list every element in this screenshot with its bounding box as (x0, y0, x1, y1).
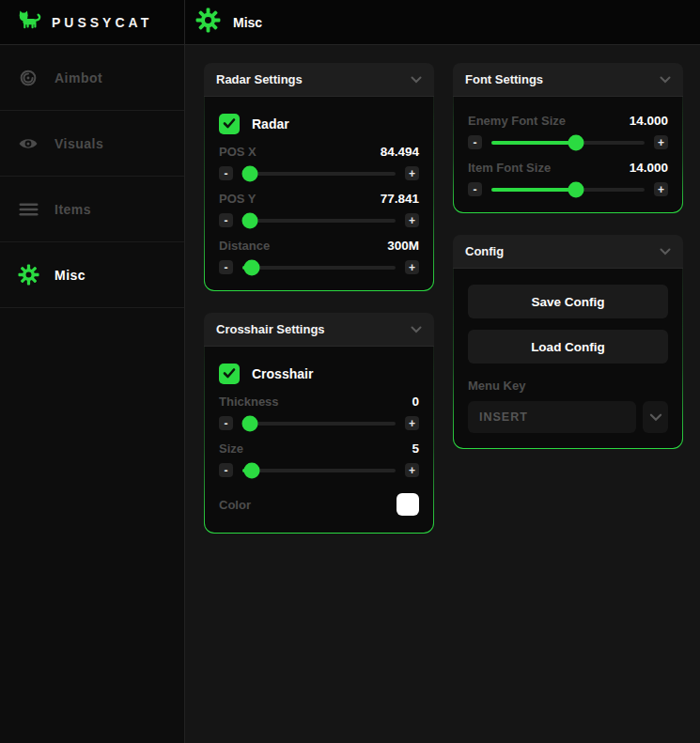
increment-button[interactable]: + (405, 166, 419, 180)
chevron-down-icon (411, 72, 422, 86)
config-header[interactable]: Config (453, 235, 683, 269)
decrement-button[interactable]: - (219, 416, 233, 430)
slider-value: 0 (412, 395, 419, 409)
decrement-button[interactable]: - (468, 182, 482, 196)
slider-fill (491, 141, 576, 145)
sidebar-item-items[interactable]: Items (0, 177, 184, 242)
gear-icon (16, 264, 40, 286)
checkmark-icon (223, 365, 236, 382)
menu-key-dropdown-button[interactable] (643, 401, 668, 433)
slider-track[interactable] (242, 469, 396, 472)
radar-settings-header[interactable]: Radar Settings (204, 63, 434, 97)
panel-body-border: Radar POS X 84.494 - (204, 97, 434, 291)
slider-thumb[interactable] (568, 181, 583, 197)
slider-thumb[interactable] (568, 134, 583, 150)
slider-thumb[interactable] (242, 212, 258, 228)
color-picker-row: Color (219, 493, 419, 518)
crosshair-settings-panel: Crosshair Settings (204, 313, 434, 534)
checkbox-label: Radar (252, 116, 289, 132)
main-area: Radar Settings (185, 45, 700, 743)
panel-title: Radar Settings (216, 72, 303, 86)
panel-title: Crosshair Settings (216, 322, 325, 336)
slider-thumb[interactable] (242, 415, 258, 431)
slider-fill (491, 188, 576, 192)
decrement-button[interactable]: - (219, 463, 233, 477)
slider-label: Enemy Font Size (468, 114, 566, 128)
decrement-button[interactable]: - (219, 213, 233, 227)
slider-label: Item Font Size (468, 161, 551, 175)
target-disc-icon (16, 68, 40, 88)
increment-button[interactable]: + (405, 416, 419, 430)
slider-control-size: Size 5 - + (219, 441, 419, 478)
slider-label: Size (219, 441, 243, 456)
slider-control-item-font: Item Font Size 14.000 - + (468, 161, 668, 197)
decrement-button[interactable]: - (219, 166, 233, 180)
font-settings-header[interactable]: Font Settings (453, 63, 683, 97)
panel-title: Font Settings (465, 72, 543, 86)
slider-track[interactable] (242, 219, 396, 223)
slider-label: Thickness (219, 395, 279, 409)
slider-label: Distance (219, 239, 270, 253)
slider-track[interactable] (491, 188, 645, 192)
slider-control-pos-x: POS X 84.494 - + (219, 145, 419, 181)
left-column: Radar Settings (204, 63, 434, 534)
slider-control-distance: Distance 300M - + (219, 239, 419, 275)
right-column: Font Settings Enemy Font Size 14.000 (453, 63, 683, 449)
panel-title: Config (465, 244, 504, 258)
menu-key-value[interactable]: INSERT (468, 401, 636, 433)
radar-settings-panel: Radar Settings (204, 63, 434, 291)
slider-value: 77.841 (381, 192, 419, 206)
sidebar-item-label: Visuals (54, 136, 103, 151)
slider-thumb[interactable] (242, 165, 258, 181)
sidebar-item-visuals[interactable]: Visuals (0, 111, 184, 177)
increment-button[interactable]: + (405, 213, 419, 227)
slider-thumb[interactable] (243, 259, 259, 275)
slider-control-pos-y: POS Y 77.841 - + (219, 192, 419, 228)
menu-key-label: Menu Key (468, 379, 668, 393)
sidebar-item-label: Aimbot (54, 70, 102, 85)
slider-label: POS Y (219, 192, 257, 206)
slider-value: 84.494 (381, 145, 419, 159)
increment-button[interactable]: + (654, 135, 668, 149)
crosshair-checkbox[interactable] (219, 364, 240, 384)
menu-key-select: INSERT (468, 401, 668, 433)
sidebar-item-label: Items (54, 202, 91, 217)
brand-logo: PUSSYCAT (0, 0, 185, 44)
checkbox-label: Crosshair (252, 366, 313, 381)
decrement-button[interactable]: - (468, 135, 482, 149)
slider-value: 300M (387, 239, 419, 253)
slider-value: 5 (412, 441, 419, 456)
increment-button[interactable]: + (654, 182, 668, 196)
increment-button[interactable]: + (405, 463, 419, 477)
increment-button[interactable]: + (405, 260, 419, 274)
slider-value: 14.000 (630, 161, 668, 175)
slider-value: 14.000 (630, 114, 668, 128)
slider-control-thickness: Thickness 0 - + (219, 395, 419, 431)
chevron-down-icon (660, 72, 671, 86)
eye-icon (16, 135, 40, 152)
load-config-button[interactable]: Load Config (468, 330, 668, 364)
radar-checkbox[interactable] (219, 114, 240, 134)
list-icon (16, 201, 40, 218)
slider-thumb[interactable] (243, 462, 259, 478)
config-panel: Config Save Config Load Config Menu Key … (453, 235, 683, 449)
content-area: Aimbot Visuals (0, 45, 700, 743)
save-config-button[interactable]: Save Config (468, 285, 668, 318)
sidebar-item-misc[interactable]: Misc (0, 242, 184, 308)
slider-label: POS X (219, 145, 257, 159)
color-swatch[interactable] (397, 493, 419, 516)
cat-icon (15, 8, 43, 37)
checkmark-icon (223, 116, 236, 132)
slider-track[interactable] (242, 422, 396, 426)
chevron-down-icon (649, 410, 662, 425)
slider-track[interactable] (242, 266, 396, 270)
sidebar-item-aimbot[interactable]: Aimbot (0, 45, 184, 111)
panel-body-border: Save Config Load Config Menu Key INSERT (453, 269, 683, 449)
radar-toggle-row: Radar (219, 114, 419, 134)
slider-track[interactable] (242, 172, 396, 176)
decrement-button[interactable]: - (219, 260, 233, 274)
crosshair-settings-header[interactable]: Crosshair Settings (204, 313, 434, 347)
slider-track[interactable] (491, 141, 645, 145)
sidebar: Aimbot Visuals (0, 45, 185, 743)
panel-body-border: Enemy Font Size 14.000 - + (453, 97, 683, 213)
